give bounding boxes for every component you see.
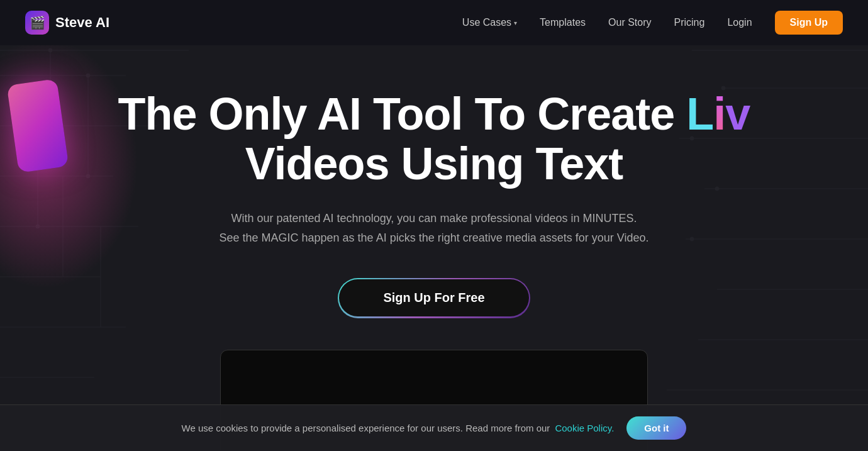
liv-i: i [713,89,725,139]
hero-title-part1: The Only AI Tool To Create [118,89,687,139]
nav-our-story[interactable]: Our Story [608,17,651,28]
hero-title: The Only AI Tool To Create Liv Videos Us… [25,89,843,189]
nav-use-cases[interactable]: Use Cases ▾ [462,17,517,28]
liv-v: v [725,89,750,139]
liv-l: L [686,89,713,139]
navbar: Steve AI Use Cases ▾ Templates Our Story… [0,0,868,45]
hero-title-part2: Videos Using Text [245,138,623,189]
nav-login[interactable]: Login [727,17,752,28]
cookie-text: We use cookies to provide a personalised… [182,423,550,433]
chevron-down-icon: ▾ [514,19,517,26]
hero-subtitle: With our patented AI technology, you can… [201,209,667,247]
cookie-banner: We use cookies to provide a personalised… [0,404,868,451]
liv-word: Liv [686,89,750,139]
hero-section: The Only AI Tool To Create Liv Videos Us… [0,45,868,350]
cookie-policy-link[interactable]: Cookie Policy. [555,423,614,433]
cookie-accept-button[interactable]: Got it [626,416,686,440]
logo-icon [25,11,49,35]
nav-templates[interactable]: Templates [540,17,586,28]
nav-links: Use Cases ▾ Templates Our Story Pricing … [462,11,843,35]
nav-pricing[interactable]: Pricing [674,17,705,28]
logo-text: Steve AI [55,14,109,31]
hero-signup-button[interactable]: Sign Up For Free [339,279,528,316]
logo[interactable]: Steve AI [25,11,109,35]
nav-signup-button[interactable]: Sign Up [775,11,843,35]
signup-button-wrapper: Sign Up For Free [338,278,530,318]
